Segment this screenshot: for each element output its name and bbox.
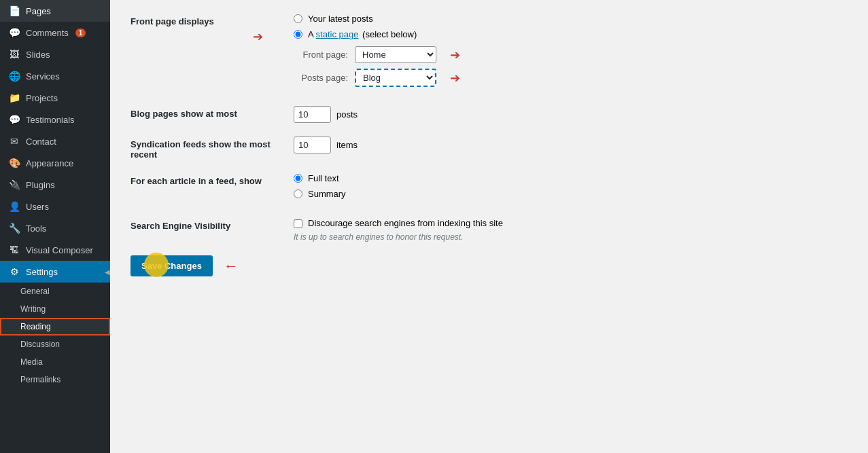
sidebar-label-appearance: Appearance <box>26 158 73 168</box>
submenu-item-permalinks[interactable]: Permalinks <box>0 371 110 388</box>
front-page-field: Front page: Home About Blog Contact ➔ <box>294 46 848 63</box>
users-icon: 👤 <box>8 201 20 212</box>
sidebar-label-settings: Settings <box>26 267 58 277</box>
full-text-label: Full text <box>308 173 339 183</box>
submenu-item-media[interactable]: Media <box>0 353 110 371</box>
feed-label: For each article in a feed, show <box>131 173 280 186</box>
search-visibility-checkbox-row: Discourage search engines from indexing … <box>294 218 848 228</box>
tools-icon: 🔧 <box>8 223 20 234</box>
latest-posts-label: Your latest posts <box>308 14 373 24</box>
sidebar-item-settings[interactable]: ⚙ Settings ◀ <box>0 261 110 283</box>
static-page-arrow: ➔ <box>253 29 263 44</box>
search-visibility-checkbox-label: Discourage search engines from indexing … <box>308 218 503 228</box>
front-page-arrow: ➔ <box>450 48 460 62</box>
search-visibility-controls: Discourage search engines from indexing … <box>294 218 848 242</box>
pages-icon: 📄 <box>8 5 20 16</box>
submenu-item-reading[interactable]: Reading <box>0 318 110 336</box>
summary-label: Summary <box>308 189 346 199</box>
sidebar-item-users[interactable]: 👤 Users <box>0 196 110 217</box>
search-visibility-checkbox[interactable] <box>294 219 302 228</box>
sidebar-label-comments: Comments <box>26 28 69 38</box>
search-visibility-label: Search Engine Visibility <box>131 218 280 231</box>
posts-page-select[interactable]: Blog Home About Contact <box>355 69 436 87</box>
sidebar-item-comments[interactable]: 💬 Comments 1 <box>0 22 110 43</box>
blog-pages-input[interactable] <box>294 106 331 123</box>
static-page-label: A static page (select below) <box>308 29 417 39</box>
blog-pages-controls: posts <box>294 106 848 123</box>
submenu-item-writing[interactable]: Writing <box>0 300 110 318</box>
full-text-row: Full text <box>294 173 848 183</box>
static-page-radio[interactable] <box>294 30 302 39</box>
sidebar: 📄 Pages 💬 Comments 1 🖼 Slides 🌐 Services… <box>0 0 110 453</box>
blog-pages-label: Blog pages show at most <box>131 106 280 119</box>
testimonials-icon: 💬 <box>8 114 20 125</box>
contact-icon: ✉ <box>8 136 20 147</box>
sidebar-label-visual-composer: Visual Composer <box>26 245 93 255</box>
slides-icon: 🖼 <box>8 49 20 60</box>
summary-row: Summary <box>294 189 848 199</box>
sidebar-label-services: Services <box>26 71 60 81</box>
sidebar-label-slides: Slides <box>26 50 50 60</box>
sidebar-item-tools[interactable]: 🔧 Tools <box>0 217 110 239</box>
posts-page-arrow: ➔ <box>450 71 460 86</box>
submenu-item-general[interactable]: General <box>0 283 110 300</box>
appearance-icon: 🎨 <box>8 158 20 168</box>
posts-page-select-label: Posts page: <box>294 73 348 83</box>
save-btn-row: Save Changes ← <box>131 255 848 276</box>
syndication-label: Syndication feeds show the most recent <box>131 137 280 160</box>
visual-composer-icon: 🏗 <box>8 244 20 255</box>
syndication-controls: items <box>294 137 848 153</box>
front-page-select-label: Front page: <box>294 50 348 60</box>
sidebar-item-services[interactable]: 🌐 Services <box>0 65 110 87</box>
plugins-icon: 🔌 <box>8 179 20 190</box>
syndication-row: Syndication feeds show the most recent i… <box>131 137 848 160</box>
sidebar-item-pages[interactable]: 📄 Pages <box>0 0 110 22</box>
syndication-input[interactable] <box>294 137 331 153</box>
sidebar-label-plugins: Plugins <box>26 180 55 190</box>
search-hint: It is up to search engines to honor this… <box>294 232 848 242</box>
sidebar-label-contact: Contact <box>26 137 56 147</box>
sidebar-label-users: Users <box>26 202 49 212</box>
sidebar-item-contact[interactable]: ✉ Contact <box>0 130 110 152</box>
sidebar-label-projects: Projects <box>26 93 58 103</box>
sidebar-item-slides[interactable]: 🖼 Slides <box>0 43 110 65</box>
feed-controls: Full text Summary <box>294 173 848 204</box>
latest-posts-radio[interactable] <box>294 14 302 23</box>
summary-radio[interactable] <box>294 189 302 198</box>
full-text-radio[interactable] <box>294 174 302 183</box>
sidebar-label-pages: Pages <box>26 6 51 16</box>
projects-icon: 📁 <box>8 92 20 103</box>
main-content: Front page displays Your latest posts ➔ … <box>110 0 868 453</box>
sidebar-item-projects[interactable]: 📁 Projects <box>0 87 110 109</box>
search-visibility-row: Search Engine Visibility Discourage sear… <box>131 218 848 242</box>
comments-icon: 💬 <box>8 27 20 38</box>
blog-pages-unit: posts <box>336 109 358 120</box>
blog-pages-row: Blog pages show at most posts <box>131 106 848 123</box>
feed-row: For each article in a feed, show Full te… <box>131 173 848 204</box>
settings-icon: ⚙ <box>8 266 20 277</box>
sidebar-item-testimonials[interactable]: 💬 Testimonials <box>0 109 110 130</box>
sidebar-item-plugins[interactable]: 🔌 Plugins <box>0 174 110 196</box>
settings-arrow-icon: ◀ <box>105 268 110 276</box>
front-page-select[interactable]: Home About Blog Contact <box>355 46 436 63</box>
posts-page-field: Posts page: Blog Home About Contact ➔ <box>294 69 848 87</box>
submenu-item-discussion[interactable]: Discussion <box>0 336 110 353</box>
front-page-displays-label: Front page displays <box>131 14 280 26</box>
sidebar-item-visual-composer[interactable]: 🏗 Visual Composer <box>0 239 110 261</box>
front-page-displays-controls: Your latest posts ➔ A static page (selec… <box>294 14 848 92</box>
latest-posts-row: Your latest posts <box>294 14 848 24</box>
sidebar-label-testimonials: Testimonials <box>26 115 75 125</box>
syndication-unit: items <box>336 140 358 150</box>
save-changes-button[interactable]: Save Changes <box>131 255 213 276</box>
services-icon: 🌐 <box>8 71 20 81</box>
save-arrow: ← <box>224 259 239 274</box>
sidebar-label-tools: Tools <box>26 223 46 234</box>
static-page-row: ➔ A static page (select below) <box>294 29 848 39</box>
sidebar-item-appearance[interactable]: 🎨 Appearance <box>0 152 110 174</box>
static-page-link[interactable]: static page <box>316 29 359 39</box>
front-page-displays-row: Front page displays Your latest posts ➔ … <box>131 14 848 92</box>
comments-badge: 1 <box>75 29 86 37</box>
